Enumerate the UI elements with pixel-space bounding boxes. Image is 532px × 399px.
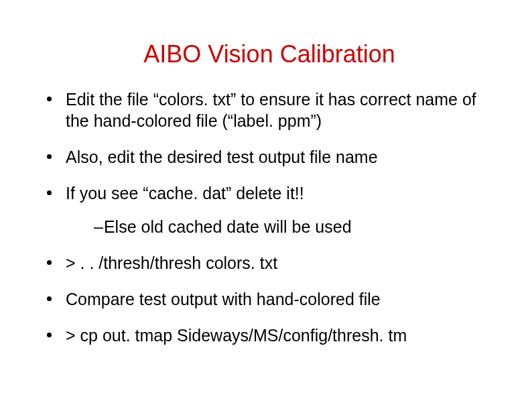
bullet-list: Edit the file “colors. txt” to ensure it… <box>47 89 492 204</box>
bullet-item: Edit the file “colors. txt” to ensure it… <box>47 89 492 131</box>
bullet-item: > . . /thresh/thresh colors. txt <box>47 252 492 274</box>
bullet-item: Also, edit the desired test output file … <box>47 146 492 168</box>
bullet-item: > cp out. tmap Sideways/MS/config/thresh… <box>47 325 492 346</box>
bullet-list: > . . /thresh/thresh colors. txt Compare… <box>47 252 492 346</box>
slide-title: AIBO Vision Calibration <box>47 40 492 68</box>
sub-bullet-item: –Else old cached date will be used <box>94 216 492 237</box>
sub-bullet-text: Else old cached date will be used <box>104 217 352 236</box>
bullet-item: If you see “cache. dat” delete it!! <box>47 182 492 204</box>
slide: AIBO Vision Calibration Edit the file “c… <box>0 0 532 399</box>
bullet-item: Compare test output with hand-colored fi… <box>47 288 492 310</box>
dash-icon: – <box>94 217 103 236</box>
